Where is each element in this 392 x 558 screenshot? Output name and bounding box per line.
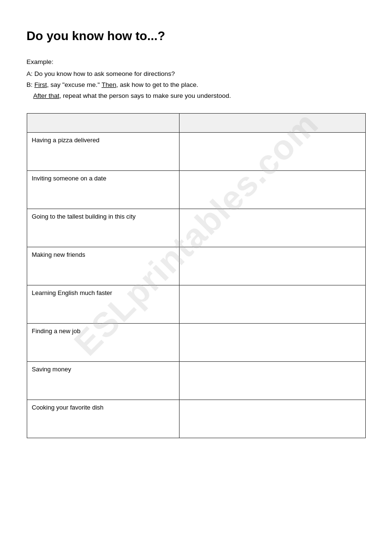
table-cell-topic: Cooking your favorite dish bbox=[27, 400, 179, 438]
table-cell-topic: Going to the tallest building in this ci… bbox=[27, 209, 179, 247]
page-title: Do you know how to...? bbox=[27, 29, 366, 43]
table-cell-topic: Finding a new job bbox=[27, 323, 179, 361]
table-row: Going to the tallest building in this ci… bbox=[27, 209, 365, 247]
table-cell-topic: Making new friends bbox=[27, 247, 179, 285]
table-row: Finding a new job bbox=[27, 323, 365, 361]
page: ESLprintables.com Do you know how to...?… bbox=[17, 0, 375, 467]
table-header-col1 bbox=[27, 113, 179, 132]
example-section: Example: A: Do you know how to ask someo… bbox=[27, 57, 366, 102]
table-cell-topic: Learning English much faster bbox=[27, 285, 179, 323]
table-header-row bbox=[27, 113, 365, 132]
table-cell-topic: Inviting someone on a date bbox=[27, 170, 179, 209]
table-cell-response bbox=[179, 170, 365, 209]
example-line-c: After that, repeat what the person says … bbox=[27, 91, 366, 102]
table-cell-topic: Having a pizza delivered bbox=[27, 132, 179, 170]
table-cell-response bbox=[179, 285, 365, 323]
table-cell-topic: Saving money bbox=[27, 361, 179, 400]
table-cell-response bbox=[179, 209, 365, 247]
table-row: Inviting someone on a date bbox=[27, 170, 365, 209]
table-row: Making new friends bbox=[27, 247, 365, 285]
table-cell-response bbox=[179, 400, 365, 438]
table-row: Having a pizza delivered bbox=[27, 132, 365, 170]
table-cell-response bbox=[179, 323, 365, 361]
example-line-a: A: Do you know how to ask someone for di… bbox=[27, 69, 366, 80]
table-row: Saving money bbox=[27, 361, 365, 400]
table-row: Cooking your favorite dish bbox=[27, 400, 365, 438]
worksheet-table: Having a pizza deliveredInviting someone… bbox=[27, 113, 366, 438]
table-header-col2 bbox=[179, 113, 365, 132]
example-line-b: B: First, say "excuse me." Then, ask how… bbox=[27, 80, 366, 91]
table-cell-response bbox=[179, 132, 365, 170]
example-label: Example: bbox=[27, 57, 366, 68]
table-cell-response bbox=[179, 361, 365, 400]
table-cell-response bbox=[179, 247, 365, 285]
table-row: Learning English much faster bbox=[27, 285, 365, 323]
